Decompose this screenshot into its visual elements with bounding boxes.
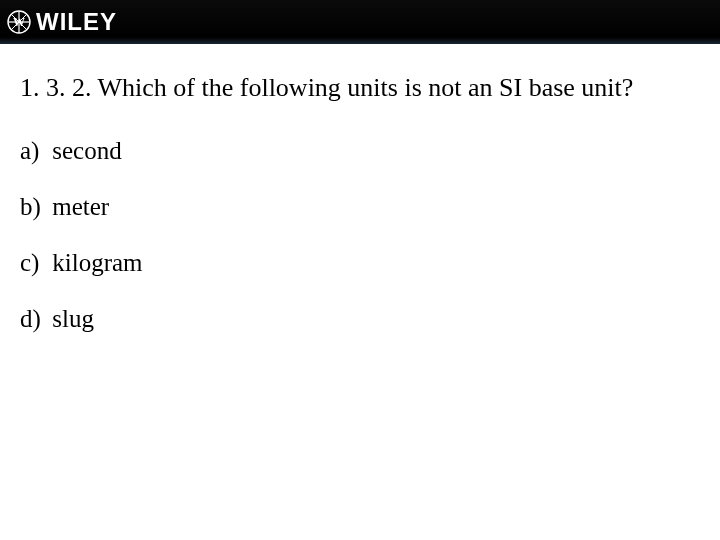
option-text: slug xyxy=(52,305,94,332)
options-list: a) second b) meter c) kilogram d) slug xyxy=(20,137,700,333)
option-text: kilogram xyxy=(52,249,142,276)
header-bar: W WILEY xyxy=(0,0,720,44)
content-area: 1. 3. 2. Which of the following units is… xyxy=(0,44,720,333)
question-number: 1. 3. 2. xyxy=(20,73,92,102)
question-body: Which of the following units is not an S… xyxy=(98,73,634,102)
svg-text:W: W xyxy=(13,15,25,29)
option-letter: d) xyxy=(20,305,46,333)
brand-text: WILEY xyxy=(36,8,117,36)
option-letter: c) xyxy=(20,249,46,277)
option-c: c) kilogram xyxy=(20,249,700,277)
option-text: meter xyxy=(52,193,109,220)
slide: W WILEY 1. 3. 2. Which of the following … xyxy=(0,0,720,540)
option-letter: b) xyxy=(20,193,46,221)
option-a: a) second xyxy=(20,137,700,165)
option-text: second xyxy=(52,137,121,164)
question-text: 1. 3. 2. Which of the following units is… xyxy=(20,72,700,103)
option-d: d) slug xyxy=(20,305,700,333)
option-letter: a) xyxy=(20,137,46,165)
brand-logo: W WILEY xyxy=(6,8,117,36)
wiley-logo-icon: W xyxy=(6,9,32,35)
option-b: b) meter xyxy=(20,193,700,221)
